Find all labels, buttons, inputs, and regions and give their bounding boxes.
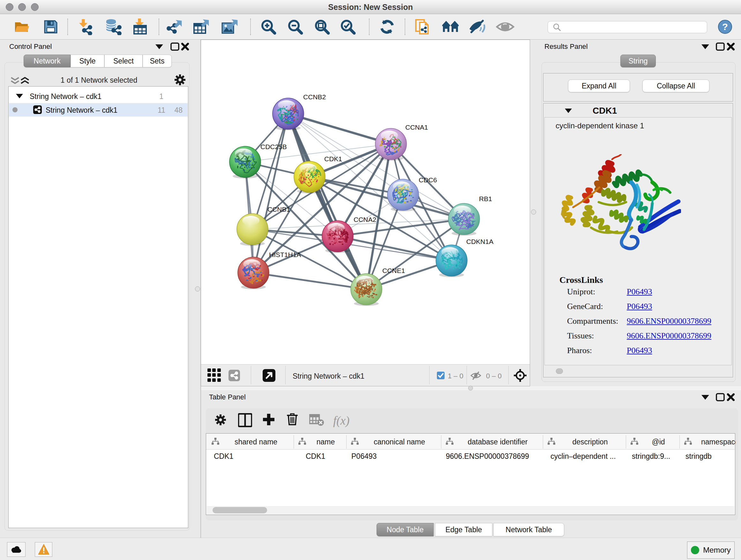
svg-text:CCNE1: CCNE1 xyxy=(382,267,405,274)
svg-text:CDC25B: CDC25B xyxy=(260,143,287,150)
svg-text:CDC6: CDC6 xyxy=(419,176,437,184)
svg-text:CCNA2: CCNA2 xyxy=(354,216,376,223)
svg-text:?: ? xyxy=(722,21,728,32)
svg-text:CCNB2: CCNB2 xyxy=(303,93,326,101)
svg-text:CDKN1A: CDKN1A xyxy=(466,238,493,245)
svg-text:HIST1H1A: HIST1H1A xyxy=(269,251,301,258)
svg-text:CCNA1: CCNA1 xyxy=(405,124,428,131)
svg-text:RB1: RB1 xyxy=(479,195,492,202)
svg-text:CDK1: CDK1 xyxy=(324,155,342,163)
svg-text:CCNB1: CCNB1 xyxy=(267,206,290,213)
